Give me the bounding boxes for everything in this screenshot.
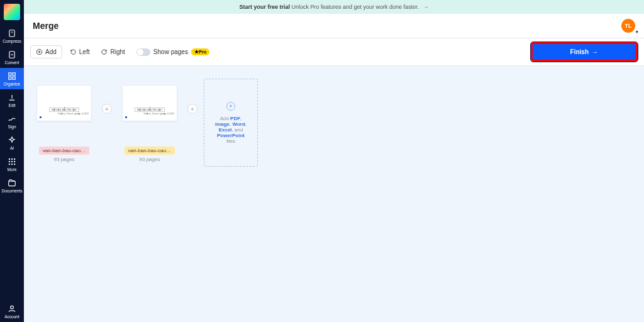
sidebar-item-ai[interactable]: AI: [0, 132, 24, 153]
more-icon: [8, 157, 16, 166]
sidebar-item-sign[interactable]: Sign: [0, 111, 24, 132]
document-pagecount: 93 pages: [140, 157, 160, 162]
add-button[interactable]: Add: [30, 45, 62, 58]
svg-point-12: [9, 164, 10, 165]
sign-icon: [8, 114, 16, 123]
svg-point-14: [14, 164, 15, 165]
convert-icon: [8, 50, 16, 59]
insert-between-button[interactable]: +: [102, 104, 112, 114]
compress-icon: [8, 29, 16, 38]
svg-point-10: [11, 161, 13, 162]
sidebar-item-account[interactable]: Account: [0, 301, 24, 322]
svg-rect-15: [9, 181, 16, 186]
show-pages-toggle[interactable]: [136, 48, 150, 56]
svg-point-16: [11, 306, 14, 309]
sidebar-item-organize[interactable]: Organize: [0, 68, 24, 89]
main: Start your free trial Unlock Pro feature…: [24, 0, 644, 322]
document-pagecount: 93 pages: [54, 157, 75, 162]
pro-badge: ★Pro: [191, 48, 210, 55]
rotate-right-icon: [101, 48, 108, 55]
rotate-left-icon: [70, 48, 77, 55]
plus-circle-icon: +: [226, 102, 235, 111]
sidebar: Compress Convert Organize Edit Sign AI M…: [0, 0, 24, 322]
sidebar-item-compress[interactable]: Compress: [0, 25, 24, 47]
organize-icon: [8, 72, 16, 80]
svg-rect-2: [9, 73, 11, 75]
svg-point-8: [14, 158, 15, 160]
svg-point-13: [11, 164, 13, 165]
titlebar: Merge TL: [24, 14, 644, 38]
finish-button[interactable]: Finish →: [531, 42, 638, 62]
documents-icon: [8, 179, 16, 187]
toolbar: Add Left Right Show pages ★Pro Finish →: [24, 38, 644, 66]
document-card[interactable]: BỘ CÂU HỎI ÔN TẬP Khối ca. Doanh nghiệp.…: [118, 85, 181, 162]
sidebar-item-more[interactable]: More: [0, 153, 24, 175]
document-thumbnail: BỘ CÂU HỎI ÔN TẬP Khối ca. Doanh nghiệp.…: [122, 85, 177, 121]
document-filename: van-ban-bao-cao…: [39, 147, 89, 155]
edit-icon: [8, 93, 16, 102]
document-card[interactable]: BỘ CÂU HỎI ÔN TẬP Khối ca. Doanh nghiệp.…: [33, 85, 96, 162]
page-title: Merge: [33, 21, 58, 31]
rotate-right-button[interactable]: Right: [97, 46, 128, 58]
add-files-dropzone[interactable]: + Add PDF, image, Word, Excel, and Power…: [204, 79, 258, 167]
svg-rect-3: [13, 73, 15, 75]
arrow-right-icon: →: [423, 4, 429, 10]
svg-rect-4: [9, 77, 11, 79]
app-logo[interactable]: [4, 4, 20, 20]
svg-point-6: [9, 158, 10, 160]
svg-rect-5: [13, 77, 15, 79]
svg-point-11: [14, 161, 15, 162]
document-thumbnail: BỘ CÂU HỎI ÔN TẬP Khối ca. Doanh nghiệp.…: [36, 85, 92, 121]
show-pages-label: Show pages: [153, 48, 188, 55]
sidebar-item-convert[interactable]: Convert: [0, 47, 24, 68]
arrow-right-icon: →: [592, 48, 598, 55]
account-icon: [8, 304, 16, 313]
avatar[interactable]: TL: [621, 19, 635, 33]
svg-point-9: [9, 161, 10, 162]
trial-banner[interactable]: Start your free trial Unlock Pro feature…: [24, 0, 644, 14]
document-filename: van-ban-bao-cao…: [125, 147, 175, 155]
insert-between-button[interactable]: +: [187, 104, 197, 114]
svg-point-7: [11, 158, 13, 160]
sidebar-item-documents[interactable]: Documents: [0, 175, 24, 196]
rotate-left-button[interactable]: Left: [66, 46, 94, 58]
sidebar-item-edit[interactable]: Edit: [0, 89, 24, 111]
svg-rect-0: [9, 30, 14, 37]
plus-circle-icon: [36, 48, 43, 55]
ai-icon: [8, 136, 16, 145]
workspace: BỘ CÂU HỎI ÔN TẬP Khối ca. Doanh nghiệp.…: [24, 66, 644, 322]
